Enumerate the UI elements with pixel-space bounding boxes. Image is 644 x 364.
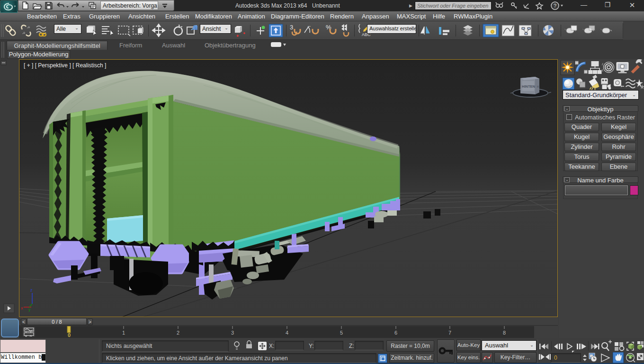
svg-text:1: 1 — [122, 330, 125, 336]
svg-text:HINTEN: HINTEN — [522, 84, 535, 89]
svg-text:5: 5 — [340, 330, 343, 336]
svg-text:z: z — [30, 288, 33, 292]
svg-text:R: R — [537, 85, 539, 88]
svg-text:0: 0 — [68, 332, 71, 338]
svg-text:Y:: Y: — [309, 343, 314, 349]
svg-text:[ + ] [ Perspektive ] [ Realis: [ + ] [ Perspektive ] [ Realistisch ] — [24, 62, 106, 69]
svg-text:3: 3 — [290, 24, 293, 31]
svg-text:4: 4 — [286, 330, 288, 336]
svg-text:8: 8 — [503, 330, 506, 336]
svg-text:7: 7 — [448, 330, 451, 336]
svg-text:2: 2 — [177, 330, 179, 336]
svg-text:x: x — [21, 306, 23, 310]
svg-text:6: 6 — [394, 330, 397, 336]
svg-text:Z:: Z: — [349, 343, 354, 349]
svg-text:X:: X: — [269, 343, 274, 349]
svg-text:3: 3 — [231, 330, 234, 336]
svg-text:y: y — [28, 307, 31, 312]
svg-text:?: ? — [554, 3, 556, 9]
